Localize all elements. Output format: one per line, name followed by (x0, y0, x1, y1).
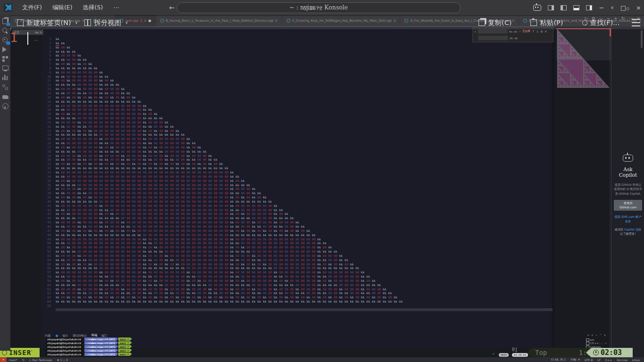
prompt-path: ~/codes/xcpc/cf/2072 (84, 349, 116, 352)
toggle-sidebar-icon[interactable] (561, 5, 567, 10)
prev-match-icon[interactable]: ↑ (532, 30, 535, 33)
line-number: 45 (41, 221, 51, 225)
docker-icon[interactable] (2, 94, 8, 100)
toggle-panel-icon[interactable] (573, 5, 579, 10)
replace-all-icon[interactable]: ab (514, 37, 518, 40)
find-in-selection-icon[interactable]: ≡ (540, 30, 543, 33)
chart-icon[interactable] (2, 75, 8, 81)
minimap-viewport[interactable] (556, 29, 611, 60)
buffer-line: kk kk kk kk kk kk kk kk 00 00 00 00 00 0… (56, 133, 403, 137)
toggle-replace-chevron[interactable]: ∨ (474, 30, 476, 33)
match-case-icon[interactable]: Aa (35, 31, 39, 34)
line-number: 47 (41, 229, 51, 233)
explorer-icon[interactable] (2, 18, 8, 25)
status-bar-item[interactable]: Linux (630, 358, 642, 362)
toggle-secondary-sidebar-icon[interactable] (586, 5, 592, 10)
text-cursor (27, 32, 28, 45)
run-debug-icon[interactable] (2, 47, 8, 53)
status-bar-item[interactable]: C++ (603, 358, 614, 362)
buffer-line: kk kk 00 00 00 00 00 00 00 00 00 00 00 0… (56, 241, 403, 246)
replace-icon[interactable]: ab (510, 37, 513, 40)
panel-action-icon[interactable]: ∨ (591, 333, 593, 337)
regex-icon[interactable]: .* (519, 30, 521, 33)
sidebar-scrollbar[interactable] (641, 30, 643, 48)
ghe-signin-link[interactable]: 使用 GHE.com 帐户登录 (614, 214, 642, 223)
konsole-scrollbar[interactable] (552, 27, 554, 348)
chevron-down-icon[interactable]: ∨ (75, 20, 78, 25)
ellipsis-text: ⋯ (33, 38, 38, 43)
minimize-button[interactable]: − (599, 4, 604, 11)
remote-explorer-icon (2, 66, 8, 70)
panel-action-icon[interactable]: ^ (599, 333, 602, 337)
konsole-find-button[interactable]: 查找(F)... (582, 18, 619, 27)
konsole-copy-button[interactable]: 复制(C) (479, 18, 512, 27)
status-bar-item[interactable]: ⊗ 1 △ 0 (55, 358, 70, 362)
live-share-icon[interactable] (2, 84, 8, 90)
extensions-icon[interactable] (2, 56, 8, 62)
close-icon[interactable]: × (545, 30, 547, 33)
terminal-output[interactable]: chiyoyuki@ChiyoYukiArch~/codes/xcpc/cf/2… (46, 337, 132, 356)
restore-button[interactable]: □◇ (620, 4, 629, 11)
menu-item[interactable]: ⋯ (108, 0, 124, 15)
copilot-icon[interactable] (533, 5, 541, 11)
source-control-icon[interactable] (2, 37, 8, 43)
line-number: 21 (41, 121, 51, 125)
walkthrough-link[interactable]: Copilot 演练 (624, 228, 641, 231)
powerline-arrow (130, 353, 132, 355)
status-bar-item[interactable]: ↻ (20, 358, 27, 362)
menu-item[interactable]: 选择(S) (78, 0, 108, 15)
status-bar-item[interactable]: ▷ Run Testcases (27, 358, 55, 362)
command-center-search[interactable]: 2072 (304, 5, 322, 11)
line-number: 41 (41, 204, 51, 208)
docker-icon (2, 95, 8, 99)
remote-indicator[interactable]: × (0, 357, 7, 362)
nvim-buffer[interactable]: kkkk kkkk 00 kkkk kk kk kkkk 00 00 00 kk… (56, 37, 403, 304)
status-bar-left: main*↻▷ Run Testcases⊗ 1 △ 0 (7, 358, 70, 362)
status-bar-item[interactable]: 行 66, 列 1 (549, 358, 568, 362)
status-bar-item[interactable]: LF (595, 358, 603, 362)
terminal-prompt-row: chiyoyuki@ChiyoYukiArch~/codes/xcpc/cf/2… (46, 341, 132, 345)
chevron-down-icon[interactable]: ∨ (611, 5, 614, 10)
buffer-line: kk kk kk kk 00 00 00 00 00 00 00 00 00 0… (56, 183, 403, 188)
panel-action-icon[interactable]: × (604, 333, 606, 337)
status-bar-item[interactable]: 空格: 4 (568, 358, 582, 362)
terminal-list-item[interactable]: C/C++: …✓ (586, 342, 611, 346)
konsole-new-tab-button[interactable]: 新建标签页(N) ∨ (17, 18, 78, 27)
menu-item[interactable]: 编辑(E) (47, 0, 78, 15)
buffer-line: kk kk (56, 41, 403, 46)
line-number: 5 (41, 54, 51, 58)
replace-input[interactable] (478, 35, 508, 41)
panel-action-icon[interactable]: + (587, 333, 589, 337)
menu-item[interactable]: 文件(F) (17, 0, 47, 15)
line-number: 61 (41, 288, 51, 292)
paste-icon (530, 19, 537, 26)
status-bar-item[interactable]: Go Live (614, 358, 629, 362)
line-number: 44 (41, 216, 51, 221)
remote-explorer-icon[interactable] (2, 66, 8, 72)
next-match-icon[interactable]: ↓ (536, 30, 539, 33)
konsole-split-view-button[interactable]: 拆分视图 ∨ (84, 18, 128, 27)
terminal-list-item[interactable]: zsh (586, 338, 611, 342)
search-icon[interactable] (2, 28, 8, 34)
buffer-line: kk 00 kk 00 kk 00 kk 00 kk 00 kk 00 kk 0… (56, 96, 403, 100)
customize-layout-icon[interactable] (548, 5, 554, 10)
close-button[interactable]: × (636, 4, 641, 11)
match-case-icon[interactable]: Aa (509, 30, 512, 33)
line-number: 40 (41, 200, 51, 204)
status-bar-item[interactable]: main* (7, 358, 20, 362)
horizontal-scrollbar[interactable] (56, 308, 553, 311)
clock-time: 02:03 (601, 348, 622, 357)
konsole-paste-button[interactable]: 粘贴(P) (530, 18, 563, 27)
status-pill-timer: 01:39:43 (512, 353, 528, 357)
status-bar-item[interactable]: UTF-8 (582, 358, 595, 362)
diamond-icon: ◇ (626, 6, 629, 11)
refresh-icon[interactable]: ↻ (40, 31, 42, 34)
panel-action-icon[interactable]: − (595, 333, 597, 337)
github-signin-button[interactable]: 登录到 GitHub.com (614, 200, 642, 211)
whole-word-icon[interactable]: ab (514, 30, 517, 33)
github-icon[interactable] (2, 103, 8, 109)
chevron-down-icon[interactable]: ∨ (125, 20, 128, 25)
command-center[interactable]: ~ : nvim — Konsole 2072 (177, 2, 461, 13)
find-input[interactable] (478, 29, 508, 34)
hamburger-menu-icon[interactable] (632, 19, 640, 26)
